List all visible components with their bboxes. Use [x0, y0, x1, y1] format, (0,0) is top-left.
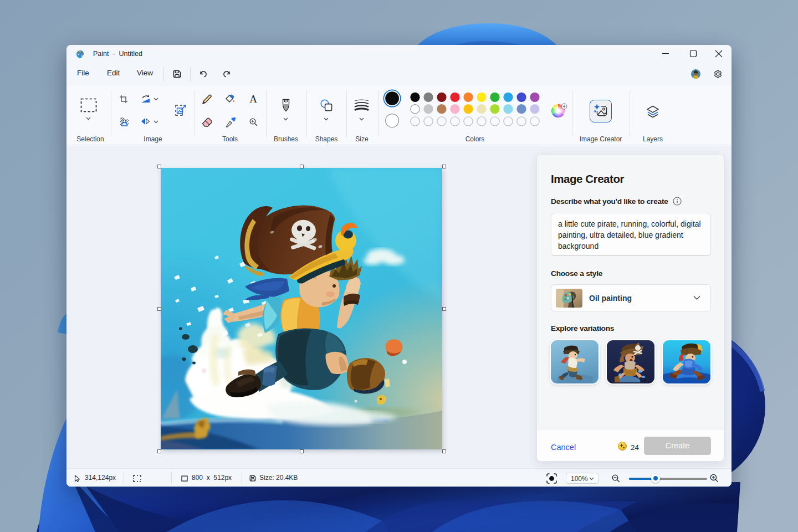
- svg-text:A: A: [249, 94, 257, 104]
